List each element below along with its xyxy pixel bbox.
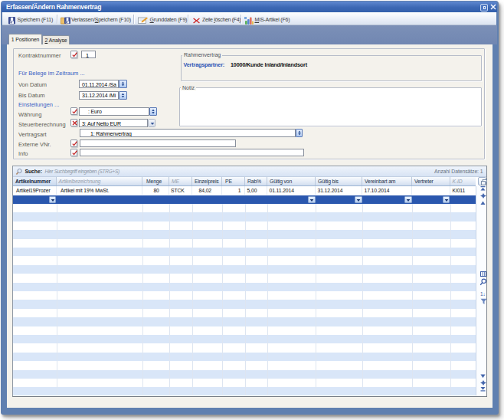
svg-text:1↓: 1↓ <box>480 290 486 296</box>
